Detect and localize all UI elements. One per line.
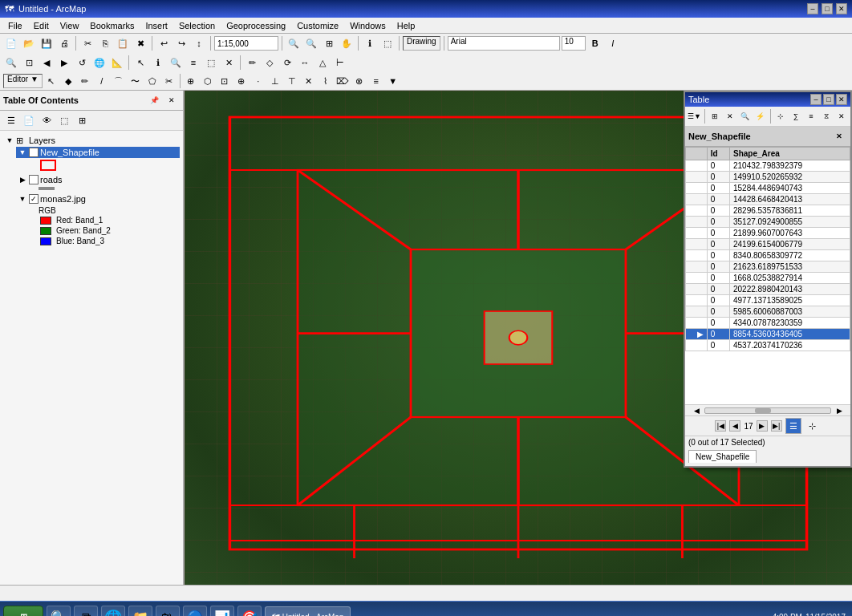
toc-vis-btn[interactable]: 👁 [39,112,55,128]
zoom-full-btn[interactable]: ⊞ [321,35,337,51]
edit-del[interactable]: ⌦ [335,73,351,89]
menu-bookmarks[interactable]: Bookmarks [85,19,139,32]
redo-btn[interactable]: ↪ [173,35,189,51]
table-clear-btn[interactable]: ✕ [723,108,737,124]
edit-snap[interactable]: ⊕ [183,73,199,89]
find-btn[interactable]: 🔍 [168,55,184,71]
col-area-header[interactable]: Shape_Area [729,148,850,160]
save-btn[interactable]: 💾 [39,35,55,51]
split-btn[interactable]: ⊢ [332,55,348,71]
delete-btn[interactable]: ✖ [132,35,148,51]
toc-close-btn[interactable]: ✕ [164,92,180,108]
editor-dropdown[interactable]: Editor ▼ [3,74,43,88]
task-view-icon[interactable]: ⧉ [74,606,98,617]
table-row[interactable]: 028296.5357836811 [686,205,850,217]
flip-btn[interactable]: ↔ [297,55,313,71]
edit-more[interactable]: ▼ [385,73,401,89]
select2-btn[interactable]: ⬚ [203,55,219,71]
scroll-thumb[interactable] [755,408,771,413]
table-view-btn[interactable]: ☰ [785,418,801,434]
table-row[interactable]: 015284.4486940743 [686,183,850,194]
app-icon-5[interactable]: 🎯 [237,606,262,617]
table-row[interactable]: 0149910.520265932 [686,172,850,183]
table-minimize-btn[interactable]: – [810,94,822,105]
pan-btn[interactable]: ✋ [339,35,355,51]
globe-btn[interactable]: 🌐 [91,55,108,71]
sketch-btn[interactable]: △ [314,55,331,71]
table-maximize-btn[interactable]: □ [823,94,834,105]
edit-btn[interactable]: ✏ [244,55,260,71]
vertex-btn[interactable]: ◇ [262,55,278,71]
zoom-next-btn[interactable]: ▶ [56,55,72,71]
layers-row[interactable]: ▼ ⊞ Layers [3,134,180,147]
zoom-map-btn[interactable]: 🔍 [3,55,19,71]
menu-edit[interactable]: Edit [29,19,54,32]
table-row[interactable]: 021623.6189751533 [686,261,850,273]
edit-arc[interactable]: ⌒ [111,73,127,89]
ie-icon[interactable]: 🌐 [101,606,125,617]
rotate-btn[interactable]: ⟳ [279,55,295,71]
explorer-icon[interactable]: 📁 [128,606,152,617]
nav-last-btn[interactable]: ▶| [771,420,782,432]
menu-view[interactable]: View [55,19,84,32]
attr-btn[interactable]: ≡ [185,55,201,71]
nav-first-btn[interactable]: |◀ [715,420,726,432]
table-row[interactable]: 01668.02538827914 [686,273,850,284]
edit-freehand[interactable]: 〜 [128,73,144,89]
table-row[interactable]: 08340.80658309772 [686,250,850,261]
monas-checkbox[interactable] [29,194,39,204]
table-row[interactable]: 04537.20374170236 [686,340,850,351]
table-row[interactable]: ▶08854.53603436405 [686,329,850,340]
table-fields-btn[interactable]: ≡ [804,108,818,124]
paste-btn[interactable]: 📋 [115,35,131,51]
menu-selection[interactable]: Selection [174,19,220,32]
edit-int[interactable]: ✕ [301,73,317,89]
italic-btn[interactable]: I [605,35,621,51]
arcmap-taskbar-item[interactable]: 🗺 Untitled - ArcMap [265,606,351,617]
menu-windows[interactable]: Windows [345,19,391,32]
table-scrollbar[interactable]: ◀ ▶ [685,404,850,415]
table-statistics-btn[interactable]: ∑ [789,108,803,124]
edit-poly[interactable]: ⬠ [144,73,160,89]
monas-row[interactable]: ▼ monas2.jpg [16,193,180,205]
open-btn[interactable]: 📂 [21,35,37,51]
table-row[interactable]: 0210432.798392379 [686,160,850,172]
table-select-all-btn[interactable]: ⊞ [708,108,722,124]
edit-end[interactable]: ⬡ [200,73,216,89]
print-btn[interactable]: 🖨 [56,35,72,51]
arrow-btn[interactable]: ↕ [191,35,207,51]
excel-icon[interactable]: 📊 [210,606,234,617]
menu-insert[interactable]: Insert [140,19,172,32]
close-button[interactable]: ✕ [836,3,847,14]
menu-file[interactable]: File [3,19,27,32]
nav-next-btn[interactable]: ▶ [757,420,768,432]
new-shapefile-checkbox[interactable] [29,148,39,157]
table-row[interactable]: 021899.9607007643 [686,228,850,239]
zoom-in-btn[interactable]: 🔍 [286,35,302,51]
start-button[interactable]: ⊞ [3,606,43,617]
table-filter-btn[interactable]: ⧖ [819,108,834,124]
edit-vert[interactable]: ◆ [60,73,76,89]
clear-btn[interactable]: ✕ [221,55,237,71]
table-related-view-btn[interactable]: ⊹ [805,418,821,434]
info-btn[interactable]: ℹ [150,55,166,71]
cursor-btn[interactable]: ↖ [132,55,148,71]
edit-tan[interactable]: ⌇ [318,73,334,89]
table-menu-btn[interactable]: ☰▼ [687,108,702,124]
edit-perp[interactable]: ⊤ [284,73,300,89]
select-btn[interactable]: ⬚ [379,35,396,51]
toc-sel-btn[interactable]: ⬚ [56,112,72,128]
roads-row[interactable]: ▶ roads [16,174,180,185]
toc-expand-btn[interactable]: ⊞ [74,112,90,128]
zoom-extent-btn[interactable]: ⊡ [21,55,37,71]
table-tab-shapefile[interactable]: New_Shapefile [688,450,757,463]
table-row[interactable]: 014428.6468420413 [686,194,850,205]
minimize-button[interactable]: – [807,3,818,14]
copy-btn[interactable]: ⎘ [97,35,113,51]
measure-btn[interactable]: 📐 [109,55,125,71]
table-layer-close-btn[interactable]: ✕ [831,128,847,144]
edit-tool[interactable]: ↖ [43,73,59,89]
edit-sketch[interactable]: ✏ [77,73,93,89]
menu-geoprocessing[interactable]: Geoprocessing [221,19,290,32]
search-taskbar-icon[interactable]: 🔍 [47,606,71,617]
